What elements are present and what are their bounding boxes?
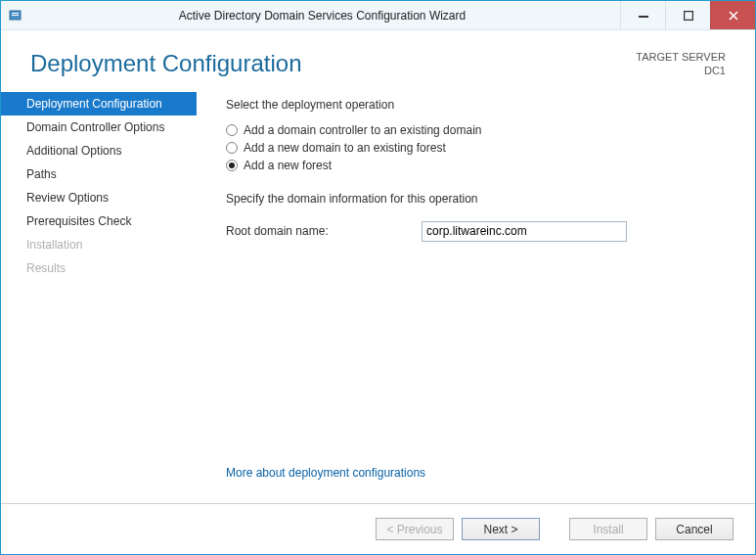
maximize-button[interactable] — [665, 1, 710, 29]
operation-option-label: Add a domain controller to an existing d… — [244, 123, 481, 137]
operation-option-new-forest[interactable]: Add a new forest — [226, 159, 726, 172]
nav-paths[interactable]: Paths — [1, 162, 197, 186]
domain-info-heading: Specify the domain information for this … — [226, 192, 726, 206]
middle-row: Deployment Configuration Domain Controll… — [1, 88, 755, 503]
previous-button: < Previous — [376, 518, 454, 540]
radio-icon — [226, 142, 238, 154]
operation-heading: Select the deployment operation — [226, 98, 726, 112]
radio-icon — [226, 124, 238, 136]
root-domain-row: Root domain name: — [226, 221, 726, 242]
target-server-label: TARGET SERVER — [636, 50, 726, 64]
minimize-button[interactable] — [620, 1, 665, 29]
window-controls — [620, 1, 755, 29]
wizard-nav: Deployment Configuration Domain Controll… — [1, 88, 197, 503]
nav-prerequisites-check[interactable]: Prerequisites Check — [1, 209, 197, 233]
header-row: Deployment Configuration TARGET SERVER D… — [1, 30, 755, 88]
help-link[interactable]: More about deployment configurations — [226, 456, 726, 493]
svg-rect-3 — [639, 16, 648, 18]
svg-rect-1 — [12, 13, 19, 14]
root-domain-input[interactable] — [422, 221, 627, 242]
svg-rect-4 — [684, 11, 692, 20]
target-server-block: TARGET SERVER DC1 — [636, 50, 726, 78]
app-icon — [9, 8, 24, 23]
nav-installation: Installation — [1, 233, 197, 256]
nav-domain-controller-options[interactable]: Domain Controller Options — [1, 116, 197, 139]
root-domain-label: Root domain name: — [226, 224, 422, 238]
nav-deployment-configuration[interactable]: Deployment Configuration — [1, 92, 197, 116]
titlebar: Active Directory Domain Services Configu… — [1, 1, 755, 30]
operation-option-label: Add a new forest — [244, 159, 332, 172]
window-title: Active Directory Domain Services Configu… — [24, 9, 620, 23]
operation-option-label: Add a new domain to an existing forest — [244, 141, 446, 155]
operation-option-add-dc[interactable]: Add a domain controller to an existing d… — [226, 123, 726, 137]
svg-rect-2 — [12, 15, 19, 16]
nav-additional-options[interactable]: Additional Options — [1, 139, 197, 162]
footer: < Previous Next > Install Cancel — [1, 503, 755, 554]
install-button: Install — [569, 518, 647, 540]
close-button[interactable] — [710, 1, 755, 29]
nav-review-options[interactable]: Review Options — [1, 186, 197, 209]
page-title: Deployment Configuration — [30, 50, 302, 77]
body: Deployment Configuration TARGET SERVER D… — [1, 30, 755, 554]
nav-results: Results — [1, 256, 197, 280]
radio-icon — [226, 160, 238, 171]
operation-option-add-domain[interactable]: Add a new domain to an existing forest — [226, 141, 726, 155]
cancel-button[interactable]: Cancel — [655, 518, 734, 540]
content-pane: Select the deployment operation Add a do… — [197, 88, 755, 503]
target-server-value: DC1 — [636, 64, 726, 77]
next-button[interactable]: Next > — [462, 518, 540, 540]
wizard-window: Active Directory Domain Services Configu… — [0, 0, 756, 555]
